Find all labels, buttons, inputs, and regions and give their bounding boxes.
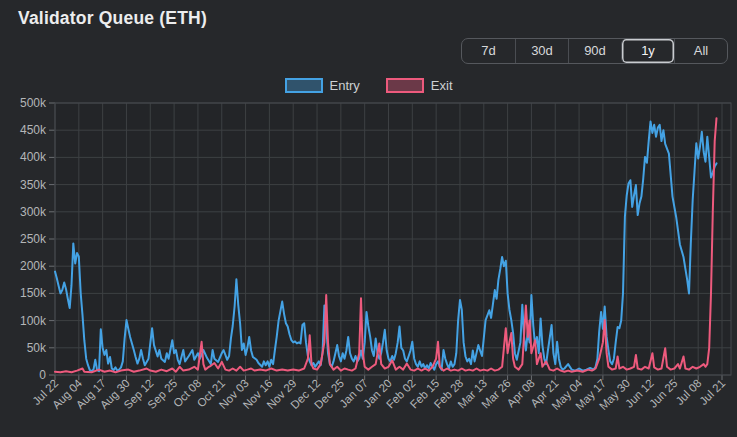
svg-text:250k: 250k [20,232,47,246]
svg-text:450k: 450k [20,123,47,137]
svg-text:150k: 150k [20,286,47,300]
svg-text:350k: 350k [20,178,47,192]
svg-text:500k: 500k [20,96,47,110]
svg-text:300k: 300k [20,205,47,219]
svg-text:Jul 21: Jul 21 [697,377,727,407]
validator-queue-page: Validator Queue (ETH) 7d 30d 90d 1y All … [0,0,737,437]
svg-text:100k: 100k [20,314,47,328]
svg-text:400k: 400k [20,150,47,164]
svg-text:200k: 200k [20,259,47,273]
svg-text:Jul 08: Jul 08 [673,377,703,407]
svg-text:50k: 50k [27,341,47,355]
validator-queue-chart[interactable]: 050k100k150k200k250k300k350k400k450k500k… [0,0,737,437]
svg-text:0: 0 [39,368,46,382]
